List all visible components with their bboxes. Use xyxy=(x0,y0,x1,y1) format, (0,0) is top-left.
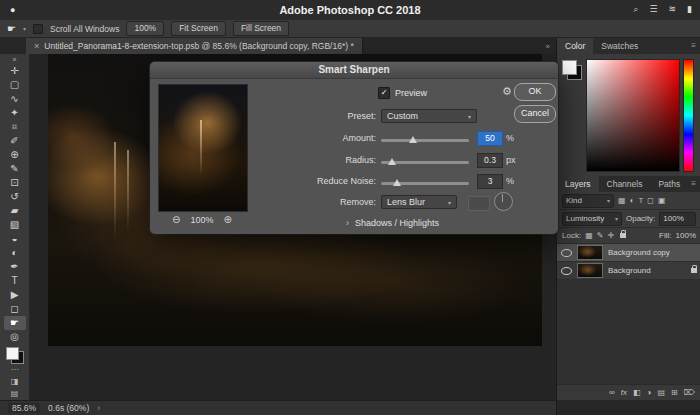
opacity-field[interactable]: 100% xyxy=(659,212,696,226)
sharpen-preview-thumbnail[interactable] xyxy=(158,84,248,212)
path-selection-tool[interactable]: ▶ xyxy=(4,288,26,302)
reduce-noise-slider-thumb[interactable] xyxy=(393,179,401,186)
tab-color[interactable]: Color xyxy=(557,38,593,54)
blend-mode-dropdown[interactable]: Luminosity ▾ xyxy=(562,212,622,226)
new-layer-icon[interactable]: ⊞ xyxy=(671,388,678,397)
filter-adjustment-layers-icon[interactable]: ◐ xyxy=(630,196,635,205)
link-layers-icon[interactable]: ∞ xyxy=(609,388,615,397)
zoom-level-field[interactable]: 85.6% xyxy=(8,403,40,413)
color-swatches-widget[interactable] xyxy=(6,347,24,364)
scroll-all-windows-checkbox[interactable] xyxy=(33,24,43,34)
hand-tool[interactable]: ☛ xyxy=(4,316,26,330)
layer-mask-icon[interactable]: ◧ xyxy=(633,388,641,397)
history-brush-tool[interactable]: ↺ xyxy=(4,190,26,204)
remove-dropdown[interactable]: Lens Blur ▾ xyxy=(381,195,457,209)
quick-mask-icon[interactable]: ◨ xyxy=(4,376,26,388)
tab-layers[interactable]: Layers xyxy=(557,176,599,192)
tool-preset-caret-icon[interactable]: ▾ xyxy=(23,25,26,32)
visibility-eye-icon[interactable] xyxy=(561,267,572,275)
fit-screen-button[interactable]: Fit Screen xyxy=(171,21,226,36)
layer-row-background-copy[interactable]: Background copy xyxy=(557,244,700,262)
gradient-tool[interactable]: ▧ xyxy=(4,218,26,232)
document-tab[interactable]: × Untitled_Panorama1-8-extension-top.psb… xyxy=(26,38,363,54)
cancel-button[interactable]: Cancel xyxy=(514,105,556,123)
filter-pixel-layers-icon[interactable]: ▦ xyxy=(618,196,626,205)
wifi-icon[interactable]: ≋ xyxy=(669,4,677,15)
shape-tool[interactable]: ◻ xyxy=(4,302,26,316)
eyedropper-tool[interactable]: ✐ xyxy=(4,134,26,148)
visibility-eye-icon[interactable] xyxy=(561,249,572,257)
amount-value-field[interactable]: 50 xyxy=(477,131,503,146)
layer-filter-kind-dropdown[interactable]: Kind ▾ xyxy=(562,194,614,208)
color-fg-bg-widget[interactable] xyxy=(562,60,582,80)
search-icon[interactable]: ⌕ xyxy=(633,4,638,15)
lock-position-icon[interactable]: ✛ xyxy=(607,231,614,240)
delete-layer-icon[interactable]: ⌦ xyxy=(684,388,695,397)
amount-slider-track[interactable] xyxy=(381,139,469,142)
eraser-tool[interactable]: ▰ xyxy=(4,204,26,218)
healing-brush-tool[interactable]: ⊕ xyxy=(4,148,26,162)
apple-menu-icon[interactable]: ● xyxy=(10,5,15,15)
foreground-color-swatch[interactable] xyxy=(6,347,19,360)
gear-icon[interactable]: ⚙ xyxy=(502,85,512,98)
layer-row-background[interactable]: Background xyxy=(557,262,700,280)
amount-slider-thumb[interactable] xyxy=(409,136,417,143)
tab-paths[interactable]: Paths xyxy=(650,176,688,192)
expand-dock-icon[interactable]: » xyxy=(546,42,556,51)
type-tool[interactable]: T xyxy=(4,274,26,288)
clone-stamp-tool[interactable]: ⊡ xyxy=(4,176,26,190)
zoom-tool[interactable]: ◎ xyxy=(4,330,26,344)
dialog-title[interactable]: Smart Sharpen xyxy=(150,62,558,79)
filter-smart-objects-icon[interactable]: ▣ xyxy=(658,196,666,205)
hand-tool-icon[interactable]: ☛ xyxy=(7,23,16,34)
edit-toolbar-icon[interactable]: ⋯ xyxy=(4,364,26,376)
dodge-tool[interactable]: ◐ xyxy=(4,246,26,260)
brush-tool[interactable]: ✎ xyxy=(4,162,26,176)
lasso-tool[interactable]: ∿ xyxy=(4,92,26,106)
pen-tool[interactable]: ✒ xyxy=(4,260,26,274)
fill-screen-button[interactable]: Fill Screen xyxy=(233,21,289,36)
disclosure-triangle-icon[interactable]: › xyxy=(346,218,349,228)
tab-close-icon[interactable]: × xyxy=(34,41,39,51)
preset-dropdown[interactable]: Custom ▾ xyxy=(381,109,477,123)
angle-dial[interactable] xyxy=(494,192,513,211)
ok-button[interactable]: OK xyxy=(514,83,556,101)
preview-checkbox-group[interactable]: ✓ Preview xyxy=(378,87,427,99)
quick-selection-tool[interactable]: ✦ xyxy=(4,106,26,120)
battery-icon[interactable]: ▮ xyxy=(687,4,692,15)
layer-effects-icon[interactable]: fx xyxy=(621,388,627,397)
panel-menu-icon[interactable]: ≡ xyxy=(691,176,700,192)
screen-mode-icon[interactable]: ▤ xyxy=(4,388,26,400)
zoom-out-icon[interactable]: ⊖ xyxy=(172,214,180,225)
shadows-highlights-section[interactable]: › Shadows / Highlights xyxy=(346,218,439,228)
lock-all-icon[interactable] xyxy=(620,233,626,238)
hue-slider[interactable] xyxy=(683,59,694,172)
layer-thumbnail[interactable] xyxy=(577,245,603,260)
blur-tool[interactable]: ◒ xyxy=(4,232,26,246)
lock-pixels-icon[interactable]: ✎ xyxy=(597,231,604,240)
control-center-icon[interactable]: ☰ xyxy=(649,4,657,15)
move-tool[interactable]: ✛ xyxy=(4,64,26,78)
preview-checkbox[interactable]: ✓ xyxy=(378,87,390,99)
layer-group-icon[interactable]: ▤ xyxy=(657,388,665,397)
toolbar-collapse-icon[interactable]: » xyxy=(13,55,17,64)
crop-tool[interactable]: ⌗ xyxy=(4,120,26,134)
tab-channels[interactable]: Channels xyxy=(599,176,651,192)
saturation-brightness-field[interactable] xyxy=(586,59,680,172)
panel-menu-icon[interactable]: ≡ xyxy=(691,38,700,54)
layer-thumbnail[interactable] xyxy=(577,263,603,278)
radius-slider-thumb[interactable] xyxy=(388,158,396,165)
fill-value[interactable]: 100% xyxy=(676,231,696,240)
reduce-noise-value-field[interactable]: 3 xyxy=(477,174,503,189)
lock-transparency-icon[interactable]: ▦ xyxy=(585,231,593,240)
foreground-color-swatch[interactable] xyxy=(562,60,577,75)
radius-value-field[interactable]: 0.3 xyxy=(477,153,503,168)
status-info-arrow-icon[interactable]: › xyxy=(97,403,100,413)
zoom-100-button[interactable]: 100% xyxy=(126,21,164,36)
preview-zoom-level[interactable]: 100% xyxy=(190,215,213,225)
filter-type-layers-icon[interactable]: T xyxy=(638,196,643,205)
marquee-tool[interactable]: ▢ xyxy=(4,78,26,92)
adjustment-layer-icon[interactable]: ◑ xyxy=(647,388,652,397)
filter-shape-layers-icon[interactable]: ◻ xyxy=(647,196,654,205)
zoom-in-icon[interactable]: ⊕ xyxy=(224,214,232,225)
